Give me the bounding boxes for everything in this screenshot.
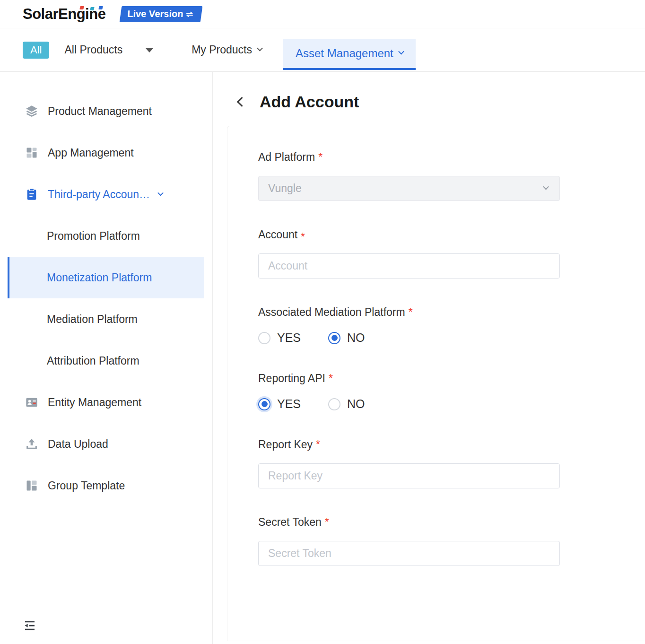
main-nav: All All Products My Products Asset Manag… [0, 28, 645, 72]
sidebar-item-mediation-platform[interactable]: Mediation Platform [0, 298, 212, 340]
sidebar-item-label: Data Upload [48, 438, 108, 451]
nav-tab-asset-management[interactable]: Asset Management [283, 39, 416, 70]
secret-token-input[interactable] [258, 541, 560, 566]
reporting-api-label: Reporting API* [258, 372, 645, 385]
mediation-no-radio[interactable]: NO [328, 331, 365, 345]
sidebar-item-label: Mediation Platform [47, 313, 138, 326]
radio-checked-icon [328, 332, 340, 344]
main-content: Add Account Ad Platform* Vungle Account* [213, 72, 645, 644]
sidebar-item-group-template[interactable]: Group Template [0, 465, 212, 506]
swap-version-icon: ⇌ [185, 9, 194, 19]
sidebar-item-label: Promotion Platform [47, 230, 140, 243]
required-asterisk: * [325, 516, 329, 529]
secret-token-label: Secret Token* [258, 516, 645, 529]
sidebar-item-label: Attribution Platform [47, 355, 139, 367]
back-button[interactable] [233, 95, 247, 109]
page-header: Add Account [213, 93, 645, 111]
field-ad-platform: Ad Platform* Vungle [258, 151, 645, 201]
sidebar-item-entity-management[interactable]: Entity Management [0, 382, 212, 423]
ad-platform-value: Vungle [268, 182, 302, 195]
upload-icon [25, 437, 39, 451]
report-key-input[interactable] [258, 463, 560, 488]
required-asterisk: * [301, 231, 305, 244]
app-grid-icon [25, 146, 39, 160]
chevron-down-icon [543, 184, 549, 190]
top-bar: SolarEngine Live Version⇌ [0, 0, 645, 28]
required-asterisk: * [318, 151, 322, 164]
sidebar-item-data-upload[interactable]: Data Upload [0, 423, 212, 465]
ad-platform-select[interactable]: Vungle [258, 176, 560, 201]
asset-management-label: Asset Management [296, 47, 393, 60]
my-products-label: My Products [192, 44, 252, 56]
sidebar-collapse-button[interactable] [23, 618, 37, 635]
associated-mediation-platform-label: Associated Mediation Platform* [258, 306, 645, 319]
add-account-form-card: Ad Platform* Vungle Account* Associated … [227, 126, 645, 641]
required-asterisk: * [329, 372, 333, 385]
field-secret-token: Secret Token* [258, 516, 645, 566]
required-asterisk: * [409, 306, 413, 319]
field-account: Account* [258, 228, 645, 278]
required-asterisk: * [316, 438, 320, 451]
sidebar-item-third-party-account[interactable]: Third-party Accoun… [0, 174, 212, 215]
sidebar-item-label: Product Management [48, 105, 152, 118]
live-version-label: Live Version [127, 9, 184, 19]
sidebar: Product Management App Management Third-… [0, 72, 213, 644]
solarengine-logo: SolarEngine [23, 6, 112, 23]
all-filter-badge[interactable]: All [23, 42, 49, 59]
ad-platform-label: Ad Platform* [258, 151, 645, 164]
sidebar-item-label: App Management [48, 147, 134, 159]
mediation-yes-radio[interactable]: YES [258, 331, 301, 345]
nav-all-products[interactable]: All Products [64, 44, 122, 56]
layers-icon [25, 104, 39, 118]
page-title: Add Account [260, 93, 359, 111]
field-associated-mediation-platform: Associated Mediation Platform* YES NO [258, 306, 645, 345]
all-products-label: All Products [64, 44, 122, 56]
reporting-api-no-radio[interactable]: NO [328, 397, 365, 411]
nav-my-products[interactable]: My Products [192, 44, 262, 56]
reporting-api-radio-group: YES NO [258, 397, 645, 411]
chevron-down-icon [257, 45, 263, 52]
live-version-badge[interactable]: Live Version⇌ [120, 6, 203, 22]
sidebar-item-attribution-platform[interactable]: Attribution Platform [0, 340, 212, 382]
sidebar-item-monetization-platform[interactable]: Monetization Platform [8, 257, 204, 298]
radio-icon [328, 398, 340, 410]
radio-icon [258, 332, 270, 344]
sidebar-item-label: Monetization Platform [47, 271, 152, 284]
sidebar-item-product-management[interactable]: Product Management [0, 90, 212, 132]
field-report-key: Report Key* [258, 438, 645, 488]
id-card-icon [25, 395, 39, 409]
chevron-left-icon [236, 97, 246, 107]
report-key-label: Report Key* [258, 438, 645, 451]
sidebar-item-label: Group Template [48, 479, 125, 492]
chevron-down-icon [157, 190, 164, 196]
sidebar-item-app-management[interactable]: App Management [0, 132, 212, 174]
all-products-caret-icon[interactable] [145, 48, 154, 52]
sidebar-item-promotion-platform[interactable]: Promotion Platform [0, 215, 212, 257]
mediation-radio-group: YES NO [258, 331, 645, 345]
account-label: Account* [258, 228, 645, 241]
reporting-api-yes-radio[interactable]: YES [258, 397, 301, 411]
chevron-down-icon [398, 49, 404, 55]
account-input[interactable] [258, 253, 560, 278]
template-icon [25, 479, 39, 493]
field-reporting-api: Reporting API* YES NO [258, 372, 645, 411]
clipboard-icon [25, 187, 39, 201]
radio-checked-icon [258, 398, 270, 410]
sidebar-item-label: Entity Management [48, 396, 141, 409]
sidebar-item-label: Third-party Accoun… [48, 188, 150, 201]
